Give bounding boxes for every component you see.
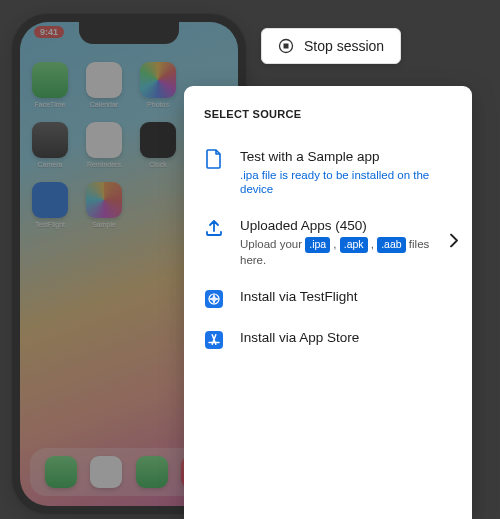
appstore-icon — [204, 330, 224, 350]
testflight-icon — [204, 289, 224, 309]
file-chip-aab: .aab — [377, 237, 405, 253]
option-title: Test with a Sample app — [240, 148, 452, 166]
file-icon — [204, 149, 224, 169]
chevron-right-icon — [450, 232, 458, 253]
option-title: Install via TestFlight — [240, 288, 452, 306]
select-source-panel: SELECT SOURCE Test with a Sample app .ip… — [184, 86, 472, 519]
file-chip-ipa: .ipa — [305, 237, 330, 253]
svg-rect-1 — [284, 44, 289, 49]
stop-session-label: Stop session — [304, 38, 384, 54]
option-subtitle: .ipa file is ready to be installed on th… — [240, 168, 452, 198]
file-chip-apk: .apk — [340, 237, 368, 253]
app-stage: 9:41 FaceTime Calendar Photos Camera Rem… — [0, 0, 500, 519]
option-title: Install via App Store — [240, 329, 452, 347]
option-testflight[interactable]: Install via TestFlight — [184, 278, 472, 319]
option-subtitle: Upload your .ipa , .apk , .aab files her… — [240, 237, 452, 268]
option-sample-app[interactable]: Test with a Sample app .ipa file is read… — [184, 138, 472, 207]
uploaded-count: 450 — [340, 218, 363, 233]
option-appstore[interactable]: Install via App Store — [184, 319, 472, 360]
panel-title: SELECT SOURCE — [184, 108, 472, 138]
option-uploaded-apps[interactable]: Uploaded Apps (450) Upload your .ipa , .… — [184, 207, 472, 277]
option-title: Uploaded Apps (450) — [240, 217, 452, 235]
stop-session-button[interactable]: Stop session — [261, 28, 401, 64]
stop-icon — [278, 38, 294, 54]
upload-icon — [204, 218, 224, 238]
